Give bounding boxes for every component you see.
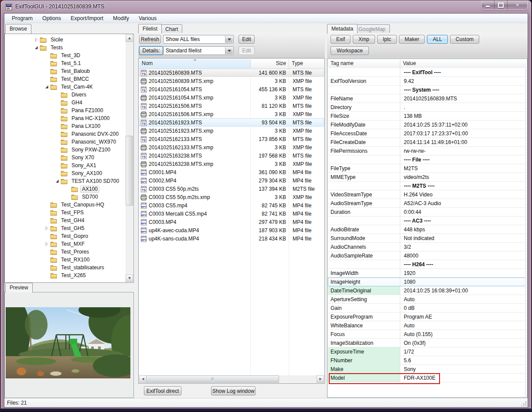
tag-filter-button-all[interactable]: ALL bbox=[427, 35, 447, 44]
scroll-left-button[interactable] bbox=[139, 375, 147, 383]
tree-item-pana-fz1000[interactable]: Pana FZ1000 bbox=[5, 106, 133, 114]
tree-item-test-gh4[interactable]: Test_GH4 bbox=[5, 216, 133, 224]
tab-googlemap[interactable]: GoogleMap bbox=[354, 24, 390, 34]
tree-item-test-bmcc[interactable]: Test_BMCC bbox=[5, 75, 133, 83]
tree-item-test-3d[interactable]: Test_3D bbox=[5, 52, 133, 59]
column-header-size[interactable]: Size bbox=[251, 59, 289, 69]
file-row[interactable]: MP4C0001.MP4361 090 KBMP4 file bbox=[139, 168, 324, 176]
metadata-row-aperturesetting[interactable]: ApertureSettingAuto bbox=[328, 295, 527, 304]
refresh-button[interactable]: Refresh bbox=[139, 35, 161, 44]
metadata-row-imagestabilization[interactable]: ImageStabilizationOn (0x3f) bbox=[328, 339, 527, 347]
collapse-arrow-icon[interactable] bbox=[43, 84, 50, 90]
file-row[interactable]: MP4C0003.MP4297 479 KBMP4 file bbox=[139, 218, 324, 226]
menu-various[interactable]: Various bbox=[134, 14, 161, 22]
metadata-row-filemodifydate[interactable]: FileModifyDate2014:10:25 15:37:11+02:00 bbox=[328, 120, 527, 129]
minimize-button[interactable] bbox=[481, 0, 494, 10]
combo-arrow-icon[interactable] bbox=[225, 36, 233, 43]
tree-item-test-rx100[interactable]: Test_RX100 bbox=[5, 256, 133, 264]
tree-item-test-mxf[interactable]: Test_MXF bbox=[5, 240, 133, 248]
tree-item-test-gopro[interactable]: Test_Gopro bbox=[5, 232, 133, 240]
tab-chart[interactable]: Chart bbox=[161, 24, 182, 34]
file-row[interactable]: XMPC0003 CS5 50p.m2ts.xmp3 KBXMP file bbox=[139, 193, 324, 201]
tag-filter-button-exif[interactable]: Exif bbox=[331, 35, 351, 44]
metadata-row-imageheight[interactable]: ImageHeight1080 bbox=[328, 278, 527, 286]
file-filter-combobox[interactable]: Show ALL files bbox=[163, 35, 234, 44]
scroll-down-button[interactable] bbox=[126, 275, 133, 282]
metadata-row-mimetype[interactable]: MIMETypevideo/m2ts bbox=[328, 173, 527, 182]
menu-options[interactable]: Options bbox=[38, 14, 66, 22]
file-row[interactable]: XMP20141025161506.MTS.xmp3 KBXMP file bbox=[139, 110, 324, 118]
metadata-row-exiftoolversion[interactable]: ExifToolVersion9.42 bbox=[328, 77, 527, 86]
file-row[interactable]: MP4C0002.MP4279 304 KBMP4 file bbox=[139, 176, 324, 185]
metadata-row-imagewidth[interactable]: ImageWidth1920 bbox=[328, 269, 527, 278]
tree-item-pana-hc-x1000[interactable]: Pana HC-X1000 bbox=[5, 114, 133, 122]
file-row[interactable]: TS20141025161923.MTS93 504 KBMTS file bbox=[139, 118, 324, 127]
tree-item-tests[interactable]: Tests bbox=[5, 44, 133, 52]
tree-item-sd700[interactable]: SD700 bbox=[5, 193, 133, 201]
metadata-row-directory[interactable]: Directory. bbox=[328, 103, 527, 112]
menu-program[interactable]: Program bbox=[7, 14, 38, 22]
metadata-row-datetimeoriginal[interactable]: DateTimeOriginal2014:10:25 16:08:39+01:0… bbox=[328, 286, 527, 295]
file-row[interactable]: TS20141025161054.MTS455 136 KBMTS file bbox=[139, 85, 324, 93]
titlebar[interactable]: ExifToolGUI - 20141025160839.MTS ✕ bbox=[1, 0, 531, 14]
tag-filter-button-custom[interactable]: Custom bbox=[450, 35, 479, 44]
menu-modify[interactable]: Modify bbox=[108, 14, 134, 22]
tree-item-sony-ax100[interactable]: Sony_AX100 bbox=[5, 169, 133, 177]
file-row[interactable]: MP4up4K-sans-cuda.MP4218 434 KBMP4 file bbox=[139, 234, 324, 243]
tree-item-test-5-1[interactable]: Test_5.1 bbox=[5, 59, 133, 67]
close-button[interactable]: ✕ bbox=[508, 0, 527, 10]
tree-item-panasonic-wx970[interactable]: Panasonic_WX970 bbox=[5, 138, 133, 146]
metadata-row-audiobitrate[interactable]: AudioBitrate448 kbps bbox=[328, 225, 527, 234]
tree-item-sony-x70[interactable]: Sony X70 bbox=[5, 154, 133, 161]
metadata-row-model[interactable]: ModelFDR-AX100E bbox=[328, 374, 527, 382]
metadata-row-audiostreamtype[interactable]: AudioStreamTypeA52/AC-3 Audio bbox=[328, 199, 527, 208]
column-header-type[interactable]: Type bbox=[289, 59, 324, 69]
scroll-right-button[interactable] bbox=[317, 375, 324, 383]
tag-filter-button-xmp[interactable]: Xmp bbox=[353, 35, 375, 44]
maximize-button[interactable] bbox=[494, 0, 508, 10]
metadata-row-whitebalance[interactable]: WhiteBalanceAuto bbox=[328, 321, 527, 330]
metadata-row-duration[interactable]: Duration0:00:44 bbox=[328, 208, 527, 216]
tab-metadata[interactable]: Metadata bbox=[327, 24, 358, 34]
file-row[interactable]: TS20141025162133.MTS173 856 KBMTS file bbox=[139, 135, 324, 143]
metadata-row-fnumber[interactable]: FNumber5.6 bbox=[328, 356, 527, 365]
show-log-window-button[interactable]: Show Log window bbox=[211, 386, 256, 395]
file-row[interactable]: XMP20141025160839.MTS.xmp3 KBXMP file bbox=[139, 77, 324, 85]
details-combobox[interactable]: Standard filelist bbox=[163, 46, 234, 55]
tree-item-pana-lx100[interactable]: Pana LX100 bbox=[5, 122, 133, 130]
tree-item-test-prores[interactable]: Test_Prores bbox=[5, 248, 133, 256]
file-row[interactable]: XMP20141025161923.MTS.xmp3 KBXMP file bbox=[139, 127, 324, 135]
tree-item-test-canopus-hq[interactable]: Test_Canopus-HQ bbox=[5, 201, 133, 209]
file-row[interactable]: TSC0003 CS5 50p.m2ts137 394 KBM2TS file bbox=[139, 185, 324, 193]
tree-item-sicile[interactable]: Sicile bbox=[5, 36, 133, 44]
metadata-row-filename[interactable]: FileName20141025160839.MTS bbox=[328, 94, 527, 103]
exiftool-direct-button[interactable]: ExifTool direct bbox=[144, 386, 181, 395]
file-row[interactable]: MP4C0003 CS5.mp482 745 KBMP4 file bbox=[139, 201, 324, 209]
metadata-row-exposuretime[interactable]: ExposureTime1/72 bbox=[328, 347, 527, 356]
collapse-arrow-icon[interactable] bbox=[54, 178, 61, 184]
details-button[interactable]: Details: bbox=[139, 46, 163, 55]
column-header-value[interactable]: Value bbox=[400, 59, 527, 68]
workspace-button[interactable]: Workspace bbox=[331, 46, 369, 55]
metadata-row-fileaccessdate[interactable]: FileAccessDate2017:03:17 17:23:37+01:00 bbox=[328, 129, 527, 138]
file-row[interactable]: TS20141025160839.MTS141 600 KBMTS file bbox=[139, 69, 324, 77]
tag-filter-button-iptc[interactable]: Iptc bbox=[377, 35, 397, 44]
tree-item-gh4[interactable]: GH4 bbox=[5, 99, 133, 106]
expand-arrow-icon[interactable] bbox=[43, 225, 50, 231]
file-row[interactable]: MP4C0003 Mercalli CS5.mp482 741 KBMP4 fi… bbox=[139, 209, 324, 218]
metadata-row-gain[interactable]: Gain0 dB bbox=[328, 304, 527, 312]
expand-arrow-icon[interactable] bbox=[43, 241, 50, 247]
file-row[interactable]: TS20141025161506.MTS81 120 KBMTS file bbox=[139, 102, 324, 110]
tree-item-sony-ax1[interactable]: Sony_AX1 bbox=[5, 161, 133, 169]
tree-item-test-baloub[interactable]: Test_Baloub bbox=[5, 67, 133, 75]
tab-preview[interactable]: Preview bbox=[5, 283, 33, 292]
menu-export-import[interactable]: Export/Import bbox=[66, 14, 108, 22]
metadata-row-filecreatedate[interactable]: FileCreateDate2014:11:14 11:49:16+01:00 bbox=[328, 138, 527, 147]
metadata-row-audiochannels[interactable]: AudioChannels3/2 bbox=[328, 243, 527, 251]
column-header-nom[interactable]: Nom bbox=[139, 59, 251, 69]
file-row[interactable]: XMP20141025163238.MTS.xmp3 KBXMP file bbox=[139, 160, 324, 168]
expand-arrow-icon[interactable] bbox=[33, 37, 40, 43]
tree-item-test-fps[interactable]: Test_FPS bbox=[5, 209, 133, 216]
metadata-row-filesize[interactable]: FileSize138 MB bbox=[328, 112, 527, 120]
tree-item-test-x265[interactable]: Test_X265 bbox=[5, 271, 133, 279]
